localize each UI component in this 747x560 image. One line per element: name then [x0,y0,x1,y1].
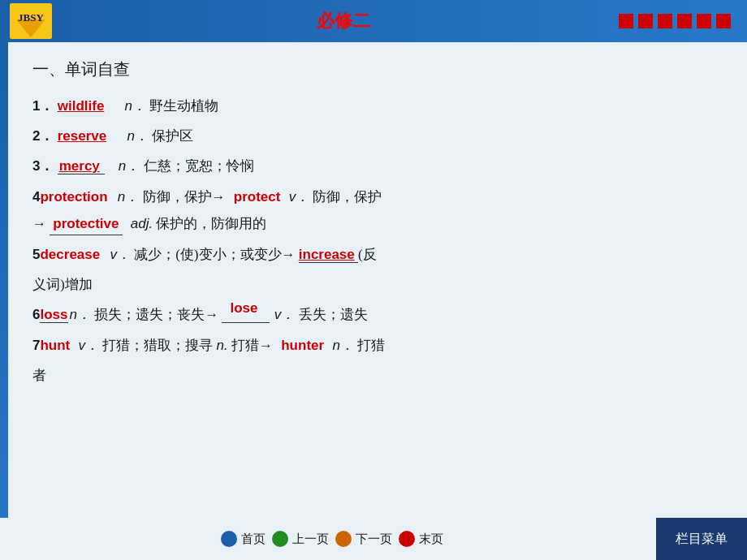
menu-button[interactable]: 栏目菜单 [656,518,747,560]
meaning-4a: 防御，保护→ [143,189,226,205]
pos-1: n． [125,98,146,114]
word-protect: protect [234,189,281,205]
list-item: 3． mercy n． 仁慈；宽恕；怜悯 [32,155,723,177]
list-item-7c: 者 [32,364,723,386]
meaning-7b: 打猎 [357,338,385,353]
arrow-4c: → [32,216,46,231]
word-hunt: hunt [40,338,70,353]
word-reserve: reserve [58,128,107,144]
last-dot [399,531,415,547]
list-item: 7hunt v． 打猎；猎取；搜寻 n. 打猎→ hunter n． 打猎 [32,334,723,356]
pos-6b: v． [274,307,296,322]
meaning-4b: 防御，保护 [313,189,382,205]
item-num: 3． [32,158,54,174]
list-item: 2． reserve n． 保护区 [32,125,723,147]
prev-dot [272,531,288,547]
meaning-4c: 保护的，防御用的 [156,216,266,231]
word-protection: protection [40,189,107,205]
list-item: 5decrease v． 减少；(使)变小；或变少→ increase (反 [32,243,723,265]
list-item: 6lossn． 损失；遗失；丧失→ lose v． 丢失；遗失 [32,304,723,325]
pos-5: v． [110,247,131,262]
dot-5 [697,14,711,28]
meaning-5c: 义词)增加 [32,277,93,292]
meaning-7a: 打猎；猎取；搜寻 [102,338,213,353]
word-lose: lose [230,300,257,316]
word-increase: increase [299,247,355,262]
pos-7b: n． [332,338,353,353]
next-dot [335,531,352,547]
nav-prev[interactable]: 上一页 [272,531,329,547]
item-num: 2． [32,128,54,144]
pos-7a: v． [79,338,100,353]
meaning-5b: (反 [358,247,377,262]
pos-2: n． [127,128,148,144]
word-decrease: decrease [40,247,100,262]
word-mercy: mercy [59,158,100,174]
prev-label[interactable]: 上一页 [292,532,329,547]
word-protective: protective [53,216,119,231]
blank-spacer [111,98,122,114]
logo: JBSY [10,3,52,39]
blank-increase: increase [299,247,358,263]
dot-2 [638,14,653,28]
pos-4c: adj. [131,216,153,231]
blank-mercy: mercy [58,158,105,174]
item-num: 1． [32,98,54,114]
left-sidebar-bar [0,42,8,560]
dot-1 [619,14,633,28]
meaning-6a: 损失；遗失；丧失→ [94,307,218,322]
word-hunter: hunter [281,338,324,353]
meaning-7c: 者 [32,368,46,383]
word-wildlife: wildlife [58,98,105,114]
pos-6a: n． [70,307,91,322]
list-item-5b: 义词)增加 [32,274,723,295]
next-label[interactable]: 下一页 [356,532,392,547]
meaning-5a: 减少；(使)变小；或变少→ [134,247,295,262]
logo-text: JBSY [18,11,44,24]
list-item: 4protection n． 防御，保护→ protect v． 防御，保护 [32,186,723,208]
home-label[interactable]: 首页 [241,532,266,547]
footer: 首页 上一页 下一页 末页 栏目菜单 [0,518,747,560]
pos-4b: v． [289,189,310,205]
meaning-2: 保护区 [152,128,193,144]
main-content: 一、单词自查 1． wildlife n． 野生动植物 2． reserve n… [8,42,747,518]
meaning-1: 野生动植物 [149,98,218,114]
list-item-4c: → protective adj. 保护的，防御用的 [32,213,723,235]
section-title: 一、单词自查 [32,58,723,80]
header-dots [619,14,731,28]
blank-protective: protective [50,213,122,235]
nav-next[interactable]: 下一页 [335,531,392,547]
nav-last[interactable]: 末页 [399,531,443,547]
home-dot [221,531,237,547]
word-loss: loss [40,307,67,322]
blank-spacer [113,128,123,144]
blank-lose: lose [222,307,269,323]
pos-3: n． [119,158,140,174]
dot-3 [658,14,672,28]
header: JBSY 必修二 [0,0,747,42]
pos-7an: n. [217,338,228,353]
blank-spacer [108,158,115,174]
meaning-3: 仁慈；宽恕；怜悯 [144,158,254,174]
last-label[interactable]: 末页 [419,532,443,547]
page-title: 必修二 [68,9,619,33]
dot-4 [677,14,692,28]
list-item: 1． wildlife n． 野生动植物 [32,95,723,117]
dot-6 [716,14,731,28]
meaning-6b: 丢失；遗失 [299,307,368,322]
footer-nav[interactable]: 首页 上一页 下一页 末页 [8,531,656,547]
pos-4: n． [118,189,139,205]
blank-loss: loss [40,307,67,323]
meaning-7an: 打猎→ [231,338,273,353]
nav-home[interactable]: 首页 [221,531,266,547]
